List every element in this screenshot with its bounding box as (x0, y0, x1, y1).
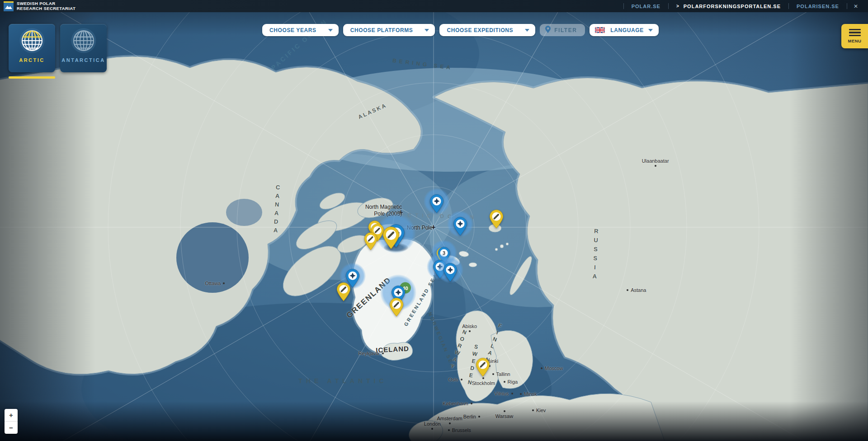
expedition-pin-icon (443, 263, 458, 282)
map-markers: 3 40 (0, 0, 868, 441)
map-marker-field-site-pin[interactable] (489, 209, 504, 229)
hamburger-icon (849, 29, 861, 31)
map-marker-field-site-pin[interactable] (389, 297, 404, 317)
uk-flag-icon (595, 27, 605, 33)
arctic-map[interactable]: PACIFIC OCEANBERING SEAARCTIC OCEANGREEN… (0, 0, 868, 441)
dropdown-label: CHOOSE EXPEDITIONS (447, 27, 513, 33)
map-marker-field-site-pin[interactable] (363, 232, 378, 251)
language-label: LANGUAGE (610, 27, 643, 33)
map-marker-expedition-pin[interactable] (453, 217, 468, 236)
dropdown-choose-years[interactable]: CHOOSE YEARS (262, 24, 339, 36)
close-icon[interactable]: ✕ (847, 3, 864, 9)
map-marker-expedition-pin[interactable] (443, 263, 458, 282)
expedition-pin-icon (453, 217, 468, 236)
chevron-down-icon (328, 29, 333, 32)
chevron-down-icon (525, 29, 529, 32)
map-marker-field-site-pin[interactable] (382, 226, 401, 250)
field-site-pin-icon (475, 358, 491, 377)
dropdown-choose-expeditions[interactable]: CHOOSE EXPEDITIONS (439, 24, 535, 36)
expedition-pin-icon (429, 194, 444, 214)
map-marker-field-site-pin[interactable] (475, 358, 491, 377)
menu-button[interactable]: MENU (841, 24, 868, 48)
dropdown-choose-platforms[interactable]: CHOOSE PLATFORMS (343, 24, 435, 36)
app: PACIFIC OCEANBERING SEAARCTIC OCEANGREEN… (0, 0, 868, 441)
map-marker-field-site-pin[interactable] (336, 282, 351, 301)
tab-arctic[interactable]: ARCTIC (9, 24, 55, 79)
logo-text: SWEDISH POLAR RESEARCH SECRETARIAT (17, 1, 75, 11)
zoom-in-button[interactable]: + (5, 409, 18, 421)
nav-link-polarforskningsportalen-se[interactable]: >POLARFORSKNINGSPORTALEN.SE (669, 4, 788, 9)
tab-tile-arctic: ARCTIC (9, 24, 55, 72)
active-link-arrow: > (676, 4, 679, 9)
arctic-globe-icon (17, 27, 47, 56)
top-bar: SWEDISH POLAR RESEARCH SECRETARIAT POLAR… (0, 0, 868, 12)
zoom-out-button[interactable]: − (5, 421, 18, 434)
tab-antarctica[interactable]: ANTARCTICA (60, 24, 107, 79)
chevron-down-icon (648, 29, 653, 32)
antarctica-globe-icon (69, 27, 99, 56)
polar-logo-icon (4, 1, 14, 11)
zoom-controls: + − (5, 409, 18, 434)
field-site-pin-icon (363, 232, 378, 251)
dropdown-label: CHOOSE PLATFORMS (350, 27, 413, 33)
nav-link-polarisen-se[interactable]: POLARISEN.SE (789, 4, 847, 9)
hemisphere-tabs: ARCTIC ANTARCTICA (9, 24, 107, 79)
menu-label: MENU (848, 38, 862, 43)
field-site-pin-icon (489, 209, 504, 229)
dropdown-label: CHOOSE YEARS (269, 27, 316, 33)
tab-label: ANTARCTICA (61, 57, 105, 63)
nav-link-polar-se[interactable]: POLAR.SE (624, 4, 668, 9)
filter-label: FILTER (554, 27, 577, 33)
active-tab-underline (9, 76, 55, 79)
tab-tile-antarctica: ANTARCTICA (60, 24, 107, 72)
field-site-pin-icon (336, 282, 351, 301)
field-site-pin-icon (389, 297, 404, 317)
field-site-pin-icon (382, 226, 401, 250)
chevron-down-icon (425, 29, 429, 32)
filter-bar: CHOOSE YEARSCHOOSE PLATFORMSCHOOSE EXPED… (262, 24, 659, 36)
top-nav: POLAR.SE>POLARFORSKNINGSPORTALEN.SEPOLAR… (623, 0, 868, 12)
location-pin-icon (544, 25, 552, 35)
filter-button[interactable]: FILTER (540, 24, 585, 36)
map-marker-expedition-pin[interactable] (429, 194, 444, 214)
tab-label: ARCTIC (19, 57, 45, 63)
language-button[interactable]: LANGUAGE (590, 24, 658, 36)
logo[interactable]: SWEDISH POLAR RESEARCH SECRETARIAT (0, 1, 75, 11)
